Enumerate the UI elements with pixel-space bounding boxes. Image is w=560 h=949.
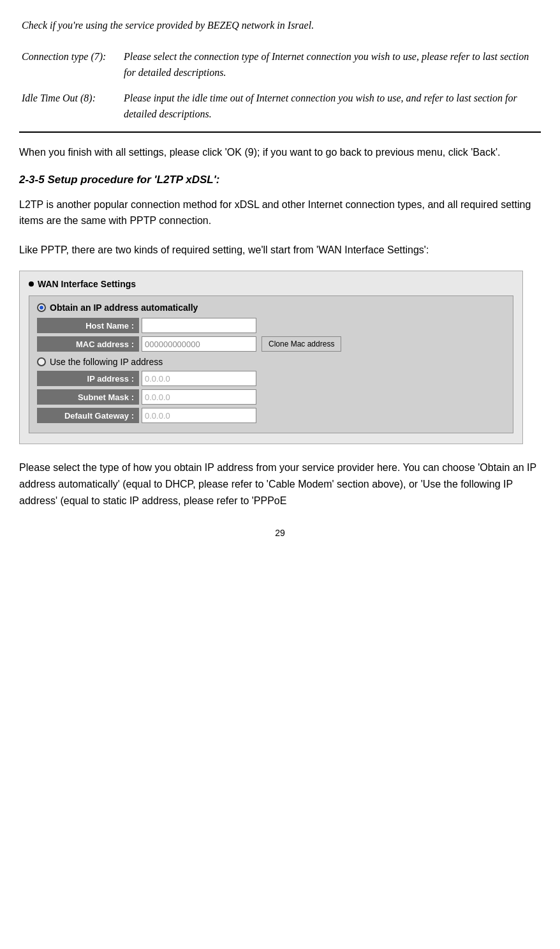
page-content: Check if you're using the service provid… xyxy=(19,13,541,538)
default-gateway-input[interactable] xyxy=(142,408,256,423)
ip-address-input[interactable] xyxy=(142,371,256,386)
subnet-mask-input[interactable] xyxy=(142,389,256,405)
mac-address-row: MAC address : Clone Mac address xyxy=(37,336,505,352)
wan-title-text: WAN Interface Settings xyxy=(38,279,136,289)
host-name-input[interactable] xyxy=(142,318,256,333)
connection-type-label: Connection type (7): xyxy=(19,44,121,86)
obtain-ip-row[interactable]: Obtain an IP address automatically xyxy=(37,303,505,313)
info-table: Check if you're using the service provid… xyxy=(19,13,541,133)
ip-address-label: IP address : xyxy=(37,371,139,386)
connection-type-desc: Please select the connection type of Int… xyxy=(121,44,541,86)
obtain-ip-label: Obtain an IP address automatically xyxy=(50,303,198,313)
finish-paragraph: When you finish with all settings, pleas… xyxy=(19,144,541,161)
host-name-row: Host Name : xyxy=(37,318,505,333)
subnet-mask-label: Subnet Mask : xyxy=(37,389,139,405)
intro-text: Check if you're using the service provid… xyxy=(19,13,541,44)
bottom-paragraph: Please select the type of how you obtain… xyxy=(19,460,541,509)
mac-address-input[interactable] xyxy=(142,336,256,352)
l2tp-desc2: Like PPTP, there are two kinds of requir… xyxy=(19,242,541,258)
host-name-label: Host Name : xyxy=(37,318,139,333)
subnet-mask-row: Subnet Mask : xyxy=(37,389,505,405)
l2tp-desc1: L2TP is another popular connection metho… xyxy=(19,197,541,229)
wan-interface-settings-box: WAN Interface Settings Obtain an IP addr… xyxy=(19,271,523,444)
wan-box-title: WAN Interface Settings xyxy=(29,279,513,289)
bullet-icon xyxy=(29,281,34,287)
ip-address-row: IP address : xyxy=(37,371,505,386)
clone-mac-button[interactable]: Clone Mac address xyxy=(262,336,341,352)
idle-time-label: Idle Time Out (8): xyxy=(19,86,121,132)
use-following-label: Use the following IP address xyxy=(50,357,163,367)
default-gateway-row: Default Gateway : xyxy=(37,408,505,423)
use-following-row[interactable]: Use the following IP address xyxy=(37,357,505,367)
section-heading: 2-3-5 Setup procedure for 'L2TP xDSL': xyxy=(19,174,541,186)
obtain-ip-radio[interactable] xyxy=(37,303,46,312)
use-following-radio[interactable] xyxy=(37,357,46,366)
default-gateway-label: Default Gateway : xyxy=(37,408,139,423)
wan-inner-panel: Obtain an IP address automatically Host … xyxy=(29,295,513,433)
mac-address-label: MAC address : xyxy=(37,336,139,352)
page-number: 29 xyxy=(19,528,541,538)
idle-time-desc: Please input the idle time out of Intern… xyxy=(121,86,541,132)
